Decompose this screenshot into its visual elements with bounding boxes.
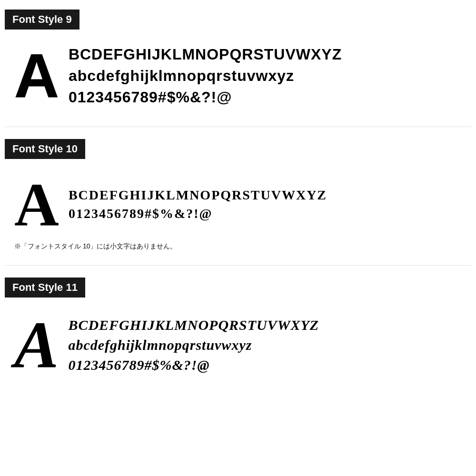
font-style-9-chars: BCDEFGHIJKLMNOPQRSTUVWXYZ abcdefghijklmn… xyxy=(69,44,342,108)
font-style-11-section: Font Style 11 A BCDEFGHIJKLMNOPQRSTUVWXY… xyxy=(5,278,471,383)
font-style-11-chars: BCDEFGHIJKLMNOPQRSTUVWXYZ abcdefghijklmn… xyxy=(68,315,319,375)
font-style-9-line-3: 0123456789#$%&?!@ xyxy=(69,87,342,108)
font-style-10-chars: BCDEFGHIJKLMNOPQRSTUVWXYZ 0123456789#$%&… xyxy=(69,186,327,223)
font-style-9-big-letter: A xyxy=(14,45,59,107)
font-style-10-line-2: 0123456789#$%&?!@ xyxy=(69,204,327,223)
divider-2 xyxy=(5,265,471,266)
font-style-9-demo: A BCDEFGHIJKLMNOPQRSTUVWXYZ abcdefghijkl… xyxy=(5,39,471,112)
font-style-10-line-1: BCDEFGHIJKLMNOPQRSTUVWXYZ xyxy=(69,186,327,204)
font-style-11-line-1: BCDEFGHIJKLMNOPQRSTUVWXYZ xyxy=(68,315,319,335)
font-style-9-line-2: abcdefghijklmnopqrstuvwxyz xyxy=(69,65,342,87)
font-style-11-line-3: 0123456789#$%&?!@ xyxy=(68,355,319,375)
font-style-11-line-2: abcdefghijklmnopqrstuvwxyz xyxy=(68,335,319,355)
page-container: Font Style 9 A BCDEFGHIJKLMNOPQRSTUVWXYZ… xyxy=(0,0,476,407)
font-style-9-line-1: BCDEFGHIJKLMNOPQRSTUVWXYZ xyxy=(69,44,342,65)
font-style-11-demo: A BCDEFGHIJKLMNOPQRSTUVWXYZ abcdefghijkl… xyxy=(5,307,471,383)
font-style-9-header: Font Style 9 xyxy=(5,10,79,30)
font-style-11-big-letter: A xyxy=(14,312,59,378)
font-style-9-section: Font Style 9 A BCDEFGHIJKLMNOPQRSTUVWXYZ… xyxy=(5,10,471,112)
font-style-11-header: Font Style 11 xyxy=(5,278,85,298)
font-style-10-note: ※「フォントスタイル 10」には小文字はありません。 xyxy=(14,242,471,251)
font-style-10-demo: A BCDEFGHIJKLMNOPQRSTUVWXYZ 0123456789#$… xyxy=(5,169,471,240)
font-style-10-big-letter: A xyxy=(14,173,59,235)
divider-1 xyxy=(5,127,471,127)
font-style-10-header: Font Style 10 xyxy=(5,139,85,159)
font-style-10-section: Font Style 10 A BCDEFGHIJKLMNOPQRSTUVWXY… xyxy=(5,139,471,251)
